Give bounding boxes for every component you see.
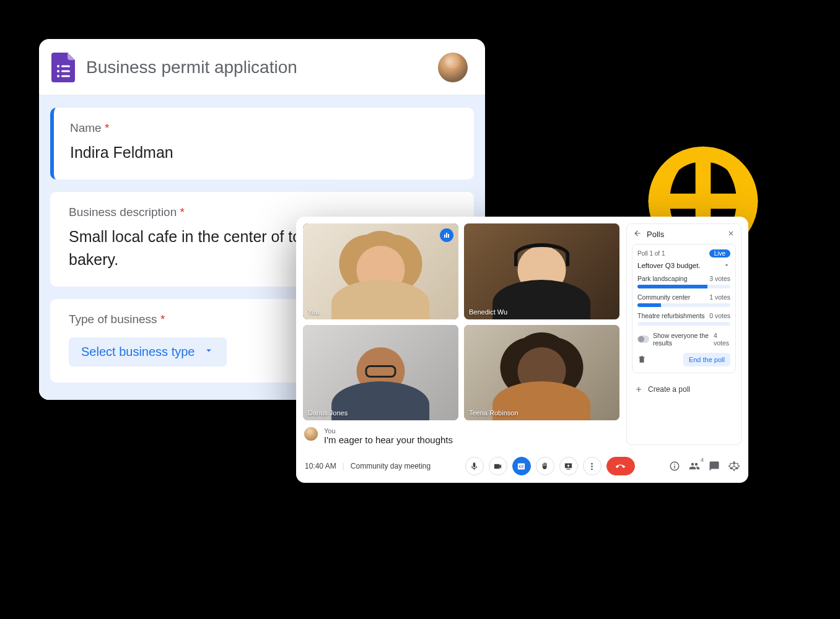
caption-line: I'm eager to hear your thoughts xyxy=(324,435,453,445)
q-name-label: Name xyxy=(70,121,102,134)
form-header: Business permit application xyxy=(39,39,485,95)
required-asterisk: * xyxy=(180,206,185,219)
tile-name: You xyxy=(308,308,320,316)
poll-question: Leftover Q3 budget. xyxy=(637,262,701,269)
svg-rect-6 xyxy=(61,76,70,77)
chat-icon[interactable] xyxy=(709,461,720,472)
info-icon[interactable] xyxy=(669,461,680,472)
close-icon[interactable] xyxy=(727,230,735,238)
meet-toolbar: 10:40 AM | Community day meeting 4 xyxy=(296,452,748,483)
end-poll-button[interactable]: End the poll xyxy=(683,353,730,366)
google-forms-icon xyxy=(51,53,75,82)
q-desc-label: Business description xyxy=(69,206,177,219)
caption-speaker: You xyxy=(324,427,453,435)
required-asterisk: * xyxy=(105,121,109,134)
tile-name: Benedict Wu xyxy=(469,308,507,316)
present-button[interactable] xyxy=(559,457,578,475)
svg-point-12 xyxy=(591,468,593,470)
tile-name: Teena Robinson xyxy=(469,409,518,417)
option-bar-fill xyxy=(637,303,661,307)
raise-hand-button[interactable] xyxy=(536,457,554,475)
caption-avatar xyxy=(304,427,318,441)
option-label: Community center xyxy=(637,293,690,301)
meeting-name: Community day meeting xyxy=(351,462,431,470)
svg-point-11 xyxy=(591,465,593,467)
mic-button[interactable] xyxy=(465,457,484,475)
video-tile-you[interactable]: You xyxy=(303,223,458,319)
avatar[interactable] xyxy=(438,53,468,82)
option-bar-fill xyxy=(637,285,707,288)
svg-rect-9 xyxy=(448,234,449,238)
live-badge: Live xyxy=(709,249,730,258)
delete-poll-icon[interactable] xyxy=(637,355,646,365)
q-type-label: Type of business xyxy=(69,313,157,326)
form-title: Business permit application xyxy=(86,58,297,77)
camera-button[interactable] xyxy=(489,457,507,475)
option-votes: 1 votes xyxy=(709,293,730,301)
poll-option-3[interactable]: Theatre refurbishments0 votes xyxy=(637,312,730,326)
create-poll-label: Create a poll xyxy=(648,385,690,394)
meeting-time: 10:40 AM xyxy=(305,462,336,470)
total-votes: 4 votes xyxy=(714,332,730,347)
svg-point-15 xyxy=(735,467,737,469)
option-label: Park landscaping xyxy=(637,275,688,282)
show-results-toggle[interactable] xyxy=(637,335,649,343)
video-tile-darius[interactable]: Darius Jones xyxy=(303,325,458,421)
q-name-value[interactable]: Indira Feldman xyxy=(70,141,455,163)
caption-row: You I'm eager to hear your thoughts xyxy=(303,426,619,445)
svg-rect-7 xyxy=(444,235,445,238)
svg-point-5 xyxy=(57,75,59,77)
select-label: Select business type xyxy=(81,345,195,359)
video-tile-benedict[interactable]: Benedict Wu xyxy=(464,223,619,319)
question-name: Name * Indira Feldman xyxy=(50,108,474,180)
poll-option-2[interactable]: Community center1 votes xyxy=(637,293,730,307)
meet-window: You Benedict Wu Darius Jones Teena Robin… xyxy=(296,217,748,483)
poll-option-1[interactable]: Park landscaping3 votes xyxy=(637,275,730,288)
chevron-down-icon xyxy=(203,345,214,359)
captions-button[interactable] xyxy=(512,457,531,475)
more-options-button[interactable] xyxy=(583,457,602,475)
tile-name: Darius Jones xyxy=(308,409,348,417)
activities-icon[interactable] xyxy=(728,461,740,472)
svg-point-3 xyxy=(57,70,59,72)
people-count: 4 xyxy=(699,457,705,463)
required-asterisk: * xyxy=(160,313,165,326)
option-votes: 0 votes xyxy=(709,312,730,319)
business-type-select[interactable]: Select business type xyxy=(69,337,227,366)
poll-counter: Poll 1 of 1 xyxy=(637,250,665,257)
svg-rect-4 xyxy=(61,71,70,72)
back-arrow-icon[interactable] xyxy=(633,229,642,239)
leave-call-button[interactable] xyxy=(606,457,635,475)
svg-point-14 xyxy=(731,467,733,469)
option-label: Theatre refurbishments xyxy=(637,312,705,319)
svg-rect-8 xyxy=(446,233,447,238)
polls-title: Polls xyxy=(647,230,664,239)
video-tile-teena[interactable]: Teena Robinson xyxy=(464,325,619,421)
svg-rect-2 xyxy=(61,66,70,67)
create-poll-button[interactable]: Create a poll xyxy=(627,378,741,400)
poll-indicator-icon xyxy=(440,228,453,242)
option-votes: 3 votes xyxy=(709,275,730,282)
show-results-label: Show everyone the results xyxy=(653,332,714,347)
video-area: You Benedict Wu Darius Jones Teena Robin… xyxy=(303,223,619,445)
polls-panel: Polls Poll 1 of 1 Live Leftover Q3 budge… xyxy=(626,223,742,445)
people-button[interactable]: 4 xyxy=(689,461,700,472)
chevron-up-icon[interactable] xyxy=(723,261,730,270)
svg-point-1 xyxy=(57,65,59,67)
svg-point-10 xyxy=(591,462,593,464)
svg-point-13 xyxy=(733,462,735,464)
poll-card: Poll 1 of 1 Live Leftover Q3 budget. Par… xyxy=(632,244,736,373)
separator: | xyxy=(343,462,344,470)
